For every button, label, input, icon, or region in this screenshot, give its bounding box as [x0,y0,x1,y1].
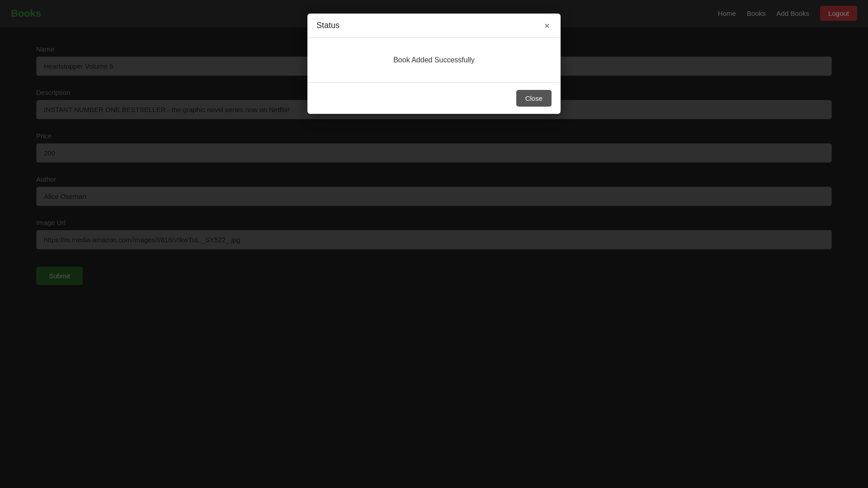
status-modal: Status × Book Added Successfully Close [307,14,561,114]
modal-header: Status × [307,14,561,38]
modal-close-x-button[interactable]: × [542,21,552,30]
modal-footer: Close [307,83,561,114]
modal-overlay: Status × Book Added Successfully Close [0,0,868,488]
modal-message: Book Added Successfully [393,56,475,64]
modal-body: Book Added Successfully [307,38,561,83]
modal-close-button[interactable]: Close [516,90,552,107]
modal-title: Status [316,21,340,30]
